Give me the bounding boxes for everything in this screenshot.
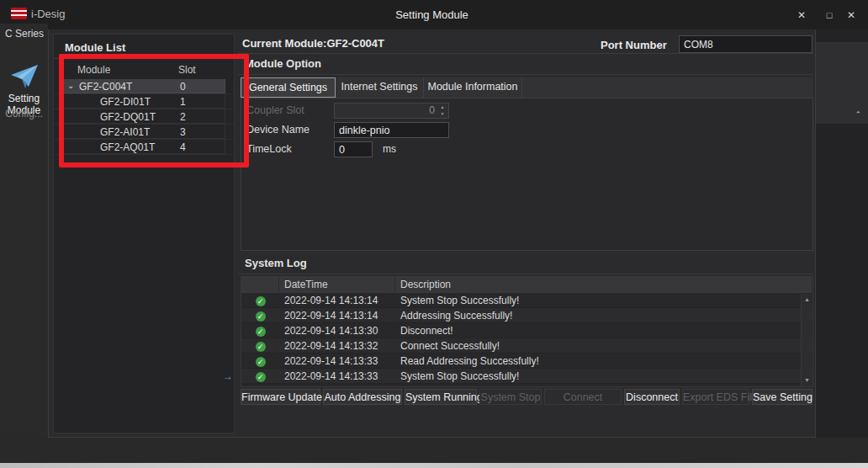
tab-general-settings[interactable]: General Settings	[241, 77, 336, 98]
log-description: Connect Successfully!	[395, 338, 812, 353]
log-datetime: 2022-09-14 14:13:32	[279, 338, 395, 353]
log-description: Addressing Successfully!	[395, 308, 812, 322]
series-label: C Series	[5, 28, 44, 40]
module-slot: 4	[180, 140, 186, 155]
log-datetime: 2022-09-14 14:13:14	[279, 308, 395, 322]
divider	[238, 53, 813, 54]
device-name-input[interactable]	[334, 122, 449, 138]
app-screen: i-Desig Setting Module ✕ □ ✕ C Series Se…	[0, 0, 868, 468]
success-check-icon: ✓	[256, 296, 266, 306]
column-header-description: Description	[395, 277, 812, 292]
save-setting-button[interactable]: Save Setting	[752, 389, 812, 405]
device-name-label: Device Name	[246, 122, 331, 138]
system-running-button[interactable]: System Running	[405, 389, 477, 405]
firmware-update-button[interactable]: Firmware Update	[241, 389, 320, 405]
disconnect-button[interactable]: Disconnect	[624, 389, 680, 405]
timelock-input[interactable]	[334, 141, 373, 157]
setting-module-dialog: Module List Module Slot ⌄ GF2-C004T 0 GF…	[48, 29, 816, 438]
log-scrollbar[interactable]: ▲ ▼	[801, 294, 812, 386]
system-stop-button: System Stop	[479, 389, 542, 405]
close-icon[interactable]: ✕	[843, 7, 860, 24]
export-eds-file-button: Export EDS File	[682, 389, 749, 405]
column-header-status	[241, 277, 279, 292]
module-option-title: Module Option	[245, 57, 321, 70]
system-log-table: DateTime Description ✓ 2022-09-14 14:13:…	[241, 276, 813, 387]
divider	[54, 58, 234, 59]
module-slot: 3	[180, 125, 186, 140]
system-log-header: DateTime Description	[241, 277, 812, 293]
divider	[238, 274, 813, 274]
module-slot: 2	[180, 109, 186, 125]
module-name: GF2-AI01T	[100, 125, 150, 140]
port-number-input[interactable]	[679, 35, 812, 53]
expander-icon[interactable]: ⌄	[67, 78, 74, 93]
dialog-title: Setting Module	[48, 0, 816, 29]
background-right-panel: ⌃	[816, 42, 868, 124]
log-datetime: 2022-09-14 14:13:33	[279, 369, 395, 383]
log-datetime: 2022-09-14 14:13:30	[279, 323, 395, 338]
spinner-arrows-icon: ▲▼	[438, 104, 447, 118]
log-row[interactable]: ✓ 2022-09-14 14:13:30 Disconnect!	[241, 323, 812, 338]
log-row[interactable]: ✓ 2022-09-14 14:13:14 Addressing Success…	[241, 308, 812, 323]
module-name: GF2-C004T	[79, 79, 132, 94]
timelock-row: TimeLock ms	[246, 141, 818, 157]
module-row-gf2-di01t[interactable]: GF2-DI01T 1	[54, 94, 234, 109]
log-description: System Stop Successfully!	[395, 293, 812, 307]
current-module-label: Current Module:GF2-C004T	[242, 37, 384, 50]
module-row-gf2-dq01t[interactable]: GF2-DQ01T 2	[54, 109, 234, 125]
screen-bottom-edge	[0, 463, 868, 468]
timelock-label: TimeLock	[246, 141, 331, 157]
dialog-close-icon[interactable]: ✕	[793, 7, 810, 24]
module-list-title: Module List	[65, 41, 125, 54]
module-list-header: Module Slot	[54, 62, 234, 77]
log-datetime: 2022-09-14 14:13:33	[279, 354, 395, 368]
timelock-unit: ms	[383, 141, 396, 157]
column-header-module: Module	[77, 64, 110, 76]
connect-button: Connect	[544, 389, 622, 405]
device-name-row: Device Name	[246, 122, 818, 138]
paper-plane-icon	[10, 64, 39, 89]
module-row-gf2-aq01t[interactable]: GF2-AQ01T 4	[54, 140, 234, 155]
coupler-slot-row: Coupler Slot 0 ▲▼	[246, 103, 818, 119]
port-number-label: Port Number	[601, 39, 667, 51]
coupler-slot-label: Coupler Slot	[246, 103, 331, 119]
current-row-arrow-icon: →	[223, 369, 233, 384]
log-row[interactable]: ✓ 2022-09-14 14:13:14 System Stop Succes…	[241, 293, 812, 308]
auto-addressing-button[interactable]: Auto Addressing	[323, 389, 402, 405]
module-row-gf2-c004t[interactable]: ⌄ GF2-C004T 0	[54, 79, 234, 94]
log-row[interactable]: ✓ 2022-09-14 14:13:33 Read Addressing Su…	[241, 354, 812, 369]
maximize-icon[interactable]: □	[821, 7, 838, 24]
tab-module-information[interactable]: Module Information	[424, 77, 522, 98]
module-list-panel: Module List Module Slot ⌄ GF2-C004T 0 GF…	[53, 34, 235, 433]
success-check-icon: ✓	[256, 342, 266, 352]
module-row-gf2-ai01t[interactable]: GF2-AI01T 3	[54, 125, 234, 140]
module-slot: 1	[180, 94, 186, 109]
coupler-slot-value: 0	[429, 104, 435, 118]
module-name: GF2-DI01T	[100, 94, 151, 109]
module-slot: 0	[180, 79, 186, 94]
tab-internet-settings[interactable]: Internet Settings	[336, 77, 424, 98]
sidebar: C Series Setting Module Config...	[0, 24, 48, 438]
collapse-arrow-icon[interactable]: ⌃	[855, 110, 861, 119]
success-check-icon: ✓	[256, 327, 266, 337]
log-row[interactable]: ✓ 2022-09-14 14:13:32 Connect Successful…	[241, 338, 812, 354]
column-header-slot: Slot	[178, 64, 196, 76]
success-check-icon: ✓	[256, 372, 266, 382]
module-list-rows: ⌄ GF2-C004T 0 GF2-DI01T 1 GF2-DQ01T 2 GF…	[54, 79, 234, 155]
scroll-down-icon[interactable]: ▼	[802, 375, 812, 386]
log-datetime: 2022-09-14 14:13:14	[279, 293, 395, 307]
module-option-tabs: General Settings Internet Settings Modul…	[241, 77, 813, 98]
app-logo-icon	[11, 8, 27, 19]
log-description: Disconnect!	[395, 323, 812, 338]
system-log-title: System Log	[245, 257, 307, 269]
success-check-icon: ✓	[256, 357, 266, 367]
main-titlebar: i-Desig Setting Module ✕ □ ✕	[0, 0, 868, 29]
log-row-current[interactable]: → ✓ 2022-09-14 14:13:33 System Stop Succ…	[241, 369, 812, 384]
main-window-bottom	[0, 438, 868, 463]
log-description: System Stop Successfully!	[395, 369, 812, 383]
log-description: Read Addressing Successfully!	[395, 354, 812, 368]
scroll-up-icon[interactable]: ▲	[802, 295, 812, 305]
sidebar-item-config[interactable]: Config...	[0, 108, 48, 120]
coupler-slot-spinner: 0 ▲▼	[334, 103, 449, 119]
module-name: GF2-AQ01T	[100, 140, 155, 155]
